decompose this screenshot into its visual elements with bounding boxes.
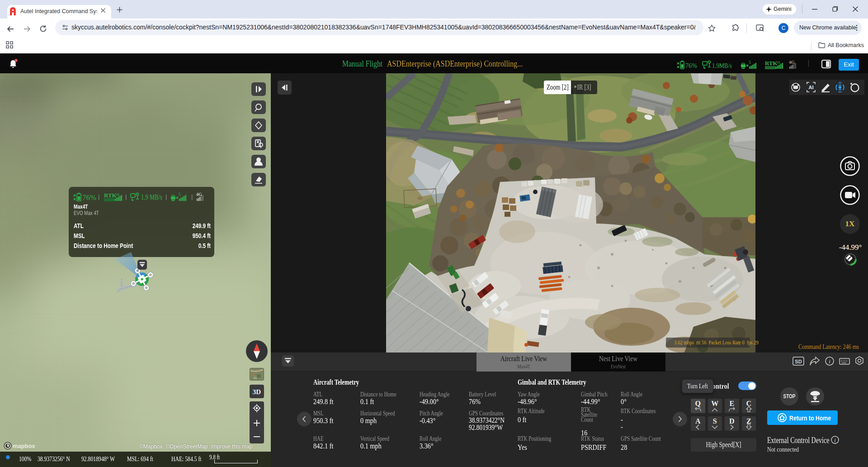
svg-text:1.9MB/s: 1.9MB/s bbox=[712, 62, 732, 69]
svg-text:mapbox: mapbox bbox=[13, 443, 35, 449]
svg-text:i: i bbox=[829, 358, 830, 365]
svg-text:5: 5 bbox=[179, 192, 181, 197]
svg-text:16: 16 bbox=[115, 192, 120, 197]
svg-text:16: 16 bbox=[776, 60, 781, 65]
svg-text:1.9 MB/s: 1.9 MB/s bbox=[141, 193, 162, 201]
svg-text:76%: 76% bbox=[82, 193, 96, 202]
svg-text:SD: SD bbox=[795, 359, 802, 364]
svg-text:76%: 76% bbox=[685, 62, 697, 69]
svg-text:5: 5 bbox=[749, 60, 751, 65]
svg-text:AI: AI bbox=[809, 85, 814, 90]
svg-text:i: i bbox=[834, 437, 835, 443]
svg-text:3D: 3D bbox=[253, 388, 261, 396]
